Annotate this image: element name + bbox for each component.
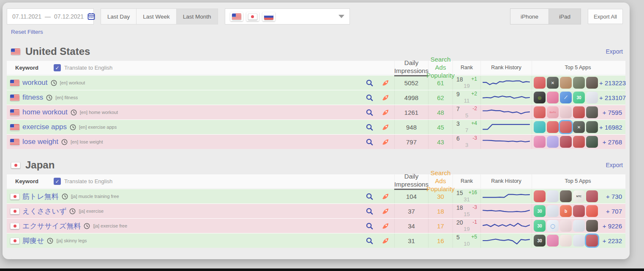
history-clock-icon[interactable] [71,109,77,116]
search-icon[interactable] [366,222,374,230]
history-clock-icon[interactable] [69,208,76,214]
export-all-button[interactable]: Export All [588,9,623,24]
history-clock-icon[interactable] [70,124,76,130]
app-icon[interactable] [560,121,572,133]
history-clock-icon[interactable] [84,223,90,229]
rank-header[interactable]: Rank [461,178,473,185]
rocket-icon[interactable] [382,79,390,87]
top-apps-total[interactable]: + 213107 [599,94,626,101]
app-icon[interactable] [586,190,598,202]
calendar-icon[interactable] [87,12,96,21]
app-icon[interactable] [573,220,585,232]
top-apps-total[interactable]: + 2232 [603,237,622,244]
app-icon[interactable]: 30 [534,205,546,217]
app-icon[interactable] [534,77,546,89]
rocket-icon[interactable] [382,94,390,102]
app-icon[interactable]: 30 [573,92,585,103]
app-icon[interactable] [547,121,559,133]
keyword-link[interactable]: workout [22,79,48,87]
history-clock-icon[interactable] [62,193,68,200]
rocket-icon[interactable] [382,222,390,230]
rocket-icon[interactable] [382,237,390,245]
last-day-button[interactable]: Last Day [101,8,136,24]
app-icon[interactable] [573,136,585,148]
history-clock-icon[interactable] [51,80,57,86]
app-icon[interactable]: ◯ [547,220,559,232]
rank-header[interactable]: Rank [461,65,473,71]
app-icon[interactable] [586,121,598,133]
app-icon[interactable]: 30 [534,235,546,247]
app-icon[interactable] [534,106,546,118]
top-apps-total[interactable]: + 9226 [603,222,622,230]
app-icon[interactable] [560,136,572,148]
app-icon[interactable] [586,92,598,103]
date-from-value[interactable]: 07.11.2021 [12,13,41,20]
date-range-picker[interactable]: 07.11.2021 — 07.12.2021 [7,8,94,24]
rocket-icon[interactable] [382,138,390,146]
app-icon[interactable] [547,136,559,148]
top-apps-total[interactable]: + 2768 [603,138,622,146]
app-icon[interactable] [534,121,546,133]
app-icon[interactable] [586,77,598,89]
daily-impressions-header[interactable]: Daily Impressions [394,59,428,77]
rocket-icon[interactable] [382,207,390,215]
app-icon[interactable] [534,136,546,148]
reset-filters-link[interactable]: Reset Filters [11,29,43,35]
search-icon[interactable] [366,207,374,215]
section-export-link[interactable]: Export [606,162,623,168]
app-icon[interactable]: ✕ [547,77,559,89]
app-icon[interactable]: ◎ [534,92,546,103]
app-icon[interactable]: BeFit [547,106,559,118]
search-icon[interactable] [366,79,374,87]
keyword-link[interactable]: エクササイズ無料 [22,221,81,231]
app-icon[interactable] [586,106,598,118]
country-select[interactable] [225,8,350,24]
app-icon[interactable]: b [560,205,572,217]
app-icon[interactable] [560,77,572,89]
top-apps-total[interactable]: + 7595 [603,109,622,116]
app-icon[interactable] [547,235,559,247]
app-icon[interactable]: 30 [534,220,546,232]
app-icon[interactable]: ⟋ [560,92,572,103]
app-icon[interactable] [547,92,559,103]
app-icon[interactable] [573,235,585,247]
keyword-link[interactable]: fitness [22,93,43,102]
app-icon[interactable] [586,136,598,148]
app-icon[interactable] [586,205,598,217]
search-icon[interactable] [366,192,374,201]
last-month-button[interactable]: Last Month [176,8,218,24]
iphone-button[interactable]: iPhone [510,9,549,24]
app-icon[interactable] [534,190,546,202]
keyword-link[interactable]: lose weight [22,138,58,146]
history-clock-icon[interactable] [61,139,68,145]
app-icon[interactable] [573,106,585,118]
search-icon[interactable] [366,237,374,245]
top-apps-total[interactable]: + 213223 [599,79,626,87]
app-icon[interactable] [573,77,585,89]
app-icon[interactable]: ✕ [573,121,585,133]
keyword-link[interactable]: 筋トレ無料 [22,192,59,201]
search-icon[interactable] [366,94,374,102]
rocket-icon[interactable] [382,108,390,117]
history-clock-icon[interactable] [47,238,53,244]
search-icon[interactable] [366,123,374,131]
keyword-link[interactable]: えくささいず [22,206,66,216]
keyword-link[interactable]: exercise apps [22,123,67,131]
translate-checkbox[interactable] [54,178,61,185]
keyword-link[interactable]: 脚痩せ [22,236,44,246]
date-to-value[interactable]: 07.12.2021 [54,13,84,20]
app-icon[interactable] [560,106,572,118]
app-icon[interactable] [560,220,572,232]
app-icon[interactable] [547,205,559,217]
top-apps-total[interactable]: + 730 [606,193,622,200]
top-apps-total[interactable]: + 16982 [599,124,622,131]
app-icon[interactable] [560,190,572,202]
section-export-link[interactable]: Export [606,48,623,55]
daily-impressions-header[interactable]: Daily Impressions [394,173,428,190]
search-icon[interactable] [366,138,374,146]
app-icon[interactable] [547,190,559,202]
top-apps-total[interactable]: + 707 [606,208,622,215]
rocket-icon[interactable] [382,192,390,201]
last-week-button[interactable]: Last Week [136,8,177,24]
app-icon[interactable] [586,220,598,232]
